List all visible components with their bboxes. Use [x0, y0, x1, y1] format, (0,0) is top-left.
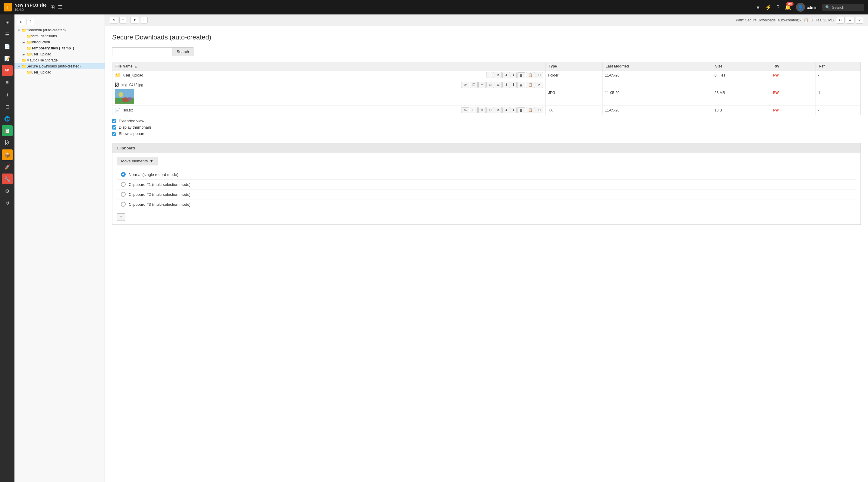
tree-item-introduction[interactable]: ▶ 📁 introduction [14, 39, 104, 45]
menu-toggle-icon[interactable]: ☰ [58, 4, 63, 10]
sidebar-icon-grid[interactable]: ⊞ [2, 17, 13, 28]
show-clipboard-checkbox[interactable] [112, 132, 116, 136]
move-elements-arrow: ▼ [150, 159, 153, 163]
delete-btn-3[interactable]: 🗑 [517, 107, 525, 113]
user-menu[interactable]: 👤 admin [796, 3, 817, 12]
sidebar-icon-filelist[interactable]: 📋 [2, 125, 13, 136]
cut-btn-3[interactable]: ✂ [535, 107, 543, 113]
upload-btn[interactable]: ⬆ [130, 17, 139, 24]
clipboard-mode-1[interactable]: Clipboard #1 (multi-selection mode) [117, 179, 856, 189]
sidebar-icon-edit[interactable]: 📝 [2, 53, 13, 64]
col-modified: Last Modified [602, 62, 712, 70]
sidebar-icon-refresh[interactable]: ↺ [2, 198, 13, 208]
tree-item-fileadmin[interactable]: ▼ 📁 fileadmin/ (auto-created) [14, 27, 104, 33]
download-btn-3[interactable]: ⬇ [502, 107, 510, 113]
logo-icon: T [4, 3, 12, 11]
tree-help-btn[interactable]: ? [27, 19, 34, 25]
clipboard-mode-normal[interactable]: Normal (single record mode) [117, 170, 856, 179]
path-star-btn[interactable]: ★ [846, 17, 855, 24]
download-btn-2[interactable]: ⬇ [502, 82, 510, 88]
tree-arrow-user-upload-1: ▶ [22, 53, 26, 56]
clipboard-btn-3[interactable]: 📋 [526, 107, 535, 113]
tree-item-form-definitions[interactable]: 📁 form_definitions [14, 33, 104, 39]
extended-view-label: Extended view [119, 119, 144, 123]
sidebar-icon-page[interactable]: 📄 [2, 41, 13, 52]
copy-btn-3[interactable]: ⧉ [495, 107, 502, 113]
content-refresh-btn[interactable]: ↻ [110, 17, 118, 24]
info-btn-3[interactable]: ℹ [510, 107, 517, 113]
tree-item-temp[interactable]: 📁 Temporary files (_temp_) [14, 45, 104, 51]
eye-btn-2[interactable]: 👁 [461, 82, 469, 88]
tree-refresh-btn[interactable]: ↻ [17, 19, 25, 25]
tree-label-form: form_definitions [31, 34, 57, 38]
clipboard-mode-3[interactable]: Clipboard #3 (multi-selection mode) [117, 199, 856, 209]
copy-btn-1[interactable]: ⧉ [495, 72, 502, 78]
sidebar-icon-settings[interactable]: ⚙ [2, 186, 13, 196]
col-filename[interactable]: File Name ▲ [113, 62, 546, 70]
path-help-btn[interactable]: ? [856, 17, 863, 24]
sidebar-icon-wrench[interactable]: 🔧 [2, 173, 13, 184]
delete-btn-1[interactable]: 🗑 [517, 72, 525, 78]
help-icon[interactable]: ? [777, 4, 780, 10]
tree-item-user-upload-2[interactable]: 📁 user_upload [14, 69, 104, 75]
global-search[interactable]: 🔍 Search [822, 4, 864, 11]
replace-btn-2[interactable]: ⊞ [487, 82, 494, 88]
clipboard-mode-2[interactable]: Clipboard #2 (multi-selection mode) [117, 189, 856, 199]
search-input[interactable] [112, 47, 173, 56]
tree-label-secure-downloads: Secure Downloads (auto-created) [27, 64, 81, 68]
replace-btn-3[interactable]: ⊞ [487, 107, 494, 113]
display-thumbnails-checkbox[interactable] [112, 125, 116, 130]
sidebar-icon-rocket[interactable]: 🚀 [2, 161, 13, 172]
bookmarks-icon[interactable]: ★ [755, 4, 761, 10]
sidebar-icon-list[interactable]: ☰ [2, 29, 13, 40]
sidebar-icon-image[interactable]: 🖼 [2, 137, 13, 148]
move-elements-btn[interactable]: Move elements ▼ [117, 157, 158, 165]
option-display-thumbnails: Display thumbnails [112, 125, 861, 130]
app-logo[interactable]: T New TYPO3 site 10.4.0 [4, 3, 47, 12]
clipboard-help-btn[interactable]: ? [117, 213, 125, 221]
select-btn-1[interactable]: ☐ [486, 72, 494, 78]
sidebar-icon-extension[interactable]: 📦 [2, 150, 13, 160]
edit-btn-3[interactable]: ✏ [478, 107, 486, 113]
file-count-icon: 📋 [804, 18, 808, 22]
copy-btn-2[interactable]: ⧉ [495, 82, 502, 88]
flash-icon[interactable]: ⚡ [765, 4, 772, 10]
tree-item-user-upload-1[interactable]: ▶ 📁 user_upload [14, 51, 104, 57]
grid-toggle-icon[interactable]: ⊞ [50, 4, 55, 10]
download-btn-1[interactable]: ⬇ [502, 72, 510, 78]
sidebar-icons: ⊞ ☰ 📄 📝 👁 ≡ ℹ ⊟ 🌐 📋 🖼 📦 🚀 🔧 ⚙ ↺ [0, 14, 14, 482]
site-name: New TYPO3 site [14, 3, 47, 8]
sort-arrow-filename: ▲ [134, 65, 137, 68]
search-button[interactable]: Search [173, 47, 193, 56]
cut-btn-2[interactable]: ✂ [535, 82, 543, 88]
add-btn[interactable]: + [140, 17, 148, 24]
avatar: 👤 [796, 3, 805, 12]
sidebar-icon-info[interactable]: ℹ [2, 89, 13, 100]
tree-item-secure-downloads[interactable]: ▼ 📁 Secure Downloads (auto-created) [14, 63, 104, 69]
file-tree: ↻ ? ▼ 📁 fileadmin/ (auto-created) 📁 form… [14, 14, 105, 482]
info-btn-1[interactable]: ℹ [510, 72, 517, 78]
file-modified-1: 11-05-20 [602, 70, 712, 80]
sidebar-icon-table[interactable]: ⊟ [2, 101, 13, 112]
eye-btn-3[interactable]: 👁 [461, 107, 469, 113]
path-refresh-btn[interactable]: ↻ [836, 17, 844, 24]
delete-btn-2[interactable]: 🗑 [517, 82, 525, 88]
sidebar-icon-doclist[interactable]: ≡ [2, 77, 13, 88]
radio-clipboard-1 [121, 182, 126, 187]
extended-view-checkbox[interactable] [112, 119, 116, 123]
edit-btn-2[interactable]: ✏ [478, 82, 486, 88]
content-help-btn[interactable]: ? [119, 17, 127, 24]
info-btn-2[interactable]: ℹ [510, 82, 517, 88]
folder-icon-temp: 📁 [26, 46, 31, 51]
search-label: Search [832, 5, 844, 10]
tree-item-mautic[interactable]: 📁 Mautic File Storage [14, 57, 104, 63]
select-btn-3[interactable]: ☐ [470, 107, 478, 113]
clipboard-btn-2[interactable]: 📋 [526, 82, 535, 88]
sidebar-icon-globe[interactable]: 🌐 [2, 113, 13, 124]
sidebar-icon-eye[interactable]: 👁 [2, 65, 13, 76]
cut-btn-1[interactable]: ✂ [535, 72, 543, 78]
clipboard-btn-1[interactable]: 📋 [526, 72, 535, 78]
notifications-icon[interactable]: 🔔 99+ [784, 4, 791, 10]
clipboard-mode-normal-label: Normal (single record mode) [129, 172, 179, 177]
select-btn-2[interactable]: ☐ [470, 82, 478, 88]
